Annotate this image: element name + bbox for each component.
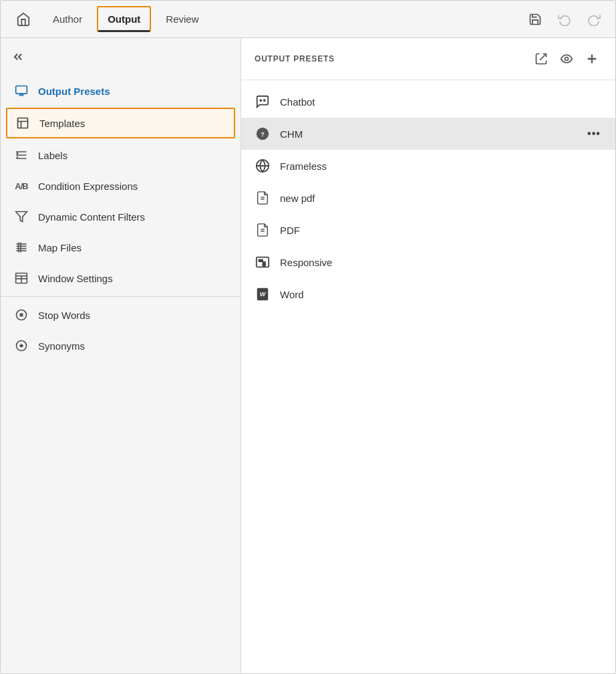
templates-icon <box>15 116 30 130</box>
preset-pdf[interactable]: PDF <box>241 214 615 246</box>
right-panel: OUTPUT PRESETS <box>241 38 615 673</box>
word-icon: W <box>255 286 271 302</box>
svg-text:W: W <box>260 291 267 298</box>
sidebar-item-stop-words[interactable]: Stop Words <box>1 300 241 330</box>
stop-words-icon <box>14 308 29 322</box>
home-button[interactable] <box>11 7 35 31</box>
svg-text:?: ? <box>261 131 265 138</box>
svg-marker-11 <box>16 212 27 222</box>
preset-chm[interactable]: ? CHM ••• <box>241 118 615 150</box>
right-panel-header: OUTPUT PRESETS <box>241 38 615 80</box>
save-button[interactable] <box>524 9 546 30</box>
condition-expressions-icon: A/B <box>14 179 29 193</box>
sidebar-item-synonyms[interactable]: Synonyms <box>1 330 241 361</box>
nav-actions <box>524 9 605 30</box>
svg-rect-2 <box>18 118 28 128</box>
sidebar-item-output-presets[interactable]: Output Presets <box>1 76 241 106</box>
nav-tabs: Author Output Review <box>41 1 211 37</box>
main-content: Output Presets Templates <box>1 38 615 673</box>
sidebar-item-map-files[interactable]: Map Files <box>1 232 241 263</box>
map-files-icon <box>14 240 29 255</box>
sidebar-item-labels[interactable]: Labels <box>1 140 241 171</box>
tab-author[interactable]: Author <box>41 1 94 37</box>
svg-point-29 <box>260 100 261 101</box>
preset-chatbot[interactable]: Chatbot <box>241 86 615 118</box>
preset-responsive[interactable]: 5 Responsive <box>241 246 615 278</box>
preset-list: Chatbot ? CHM ••• <box>241 80 615 316</box>
svg-rect-23 <box>20 314 23 317</box>
sidebar-item-templates[interactable]: Templates <box>6 108 235 138</box>
svg-line-25 <box>540 54 546 60</box>
labels-icon <box>14 148 29 162</box>
output-presets-icon <box>14 84 29 98</box>
chm-icon: ? <box>255 126 271 142</box>
responsive-icon: 5 <box>255 254 271 270</box>
preset-frameless[interactable]: Frameless <box>241 150 615 182</box>
right-panel-title: OUTPUT PRESETS <box>255 54 526 64</box>
chm-menu-button[interactable]: ••• <box>586 126 602 142</box>
sidebar-item-dynamic-content-filters[interactable]: Dynamic Content Filters <box>1 201 241 232</box>
tab-review[interactable]: Review <box>154 1 210 37</box>
sidebar: Output Presets Templates <box>1 38 241 673</box>
redo-button[interactable] <box>583 9 605 30</box>
preset-new-pdf[interactable]: new pdf <box>241 182 615 214</box>
export-button[interactable] <box>531 49 551 69</box>
sidebar-item-window-settings[interactable]: Window Settings <box>1 263 241 294</box>
window-settings-icon <box>14 271 29 286</box>
preset-word[interactable]: W Word <box>241 278 615 310</box>
new-pdf-icon <box>255 190 271 206</box>
collapse-button[interactable] <box>1 43 241 70</box>
pdf-icon <box>255 222 271 238</box>
chatbot-icon <box>255 94 271 110</box>
svg-point-30 <box>264 100 265 101</box>
add-button[interactable] <box>582 49 602 69</box>
dynamic-content-filters-icon <box>14 209 29 224</box>
svg-rect-0 <box>16 86 27 94</box>
svg-text:5: 5 <box>263 261 266 267</box>
svg-point-26 <box>565 58 569 61</box>
view-button[interactable] <box>557 49 577 69</box>
tab-output[interactable]: Output <box>97 6 151 32</box>
frameless-icon <box>255 158 271 174</box>
undo-button[interactable] <box>554 9 575 30</box>
sidebar-item-condition-expressions[interactable]: A/B Condition Expressions <box>1 171 241 201</box>
top-nav: Author Output Review <box>1 1 615 38</box>
synonyms-icon <box>14 338 29 353</box>
